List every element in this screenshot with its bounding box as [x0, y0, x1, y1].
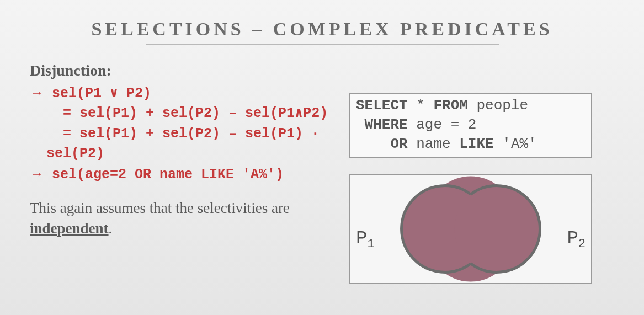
formula-block: → sel(P1 ∨ P2) = sel(P1) + sel(P2) – sel…	[30, 83, 336, 185]
sql-cond2b: 'A%'	[494, 136, 537, 152]
venn-box: P1 P2	[349, 174, 592, 284]
venn-diagram-icon	[350, 175, 591, 283]
paragraph-prefix: This again assumes that the selectivitie…	[30, 200, 290, 216]
sql-keyword-where: WHERE	[365, 116, 408, 133]
sql-indent2	[356, 136, 390, 152]
venn-label-p1: P1	[356, 228, 375, 249]
body-row: Disjunction: → sel(P1 ∨ P2) = sel(P1) + …	[30, 62, 614, 284]
paragraph-underlined: independent	[30, 220, 109, 237]
sql-star: *	[408, 97, 434, 114]
sql-indent	[356, 116, 365, 133]
arrow-icon: →	[30, 166, 44, 181]
subheading-disjunction: Disjunction:	[30, 62, 336, 79]
slide: SELECTIONS – COMPLEX PREDICATES Disjunct…	[0, 0, 644, 315]
formula-line4: sel(age=2 OR name LIKE 'A%')	[52, 167, 284, 183]
sql-cond1: age = 2	[408, 116, 477, 133]
left-column: Disjunction: → sel(P1 ∨ P2) = sel(P1) + …	[30, 62, 349, 284]
paragraph-independence: This again assumes that the selectivitie…	[30, 198, 336, 238]
formula-line3b: sel(P2)	[30, 146, 104, 162]
sql-cond2a: name	[408, 136, 460, 152]
formula-line1: sel(P1 ∨ P2)	[52, 86, 151, 102]
sql-keyword-like: LIKE	[459, 136, 493, 152]
title-underline	[146, 44, 499, 45]
sql-keyword-from: FROM	[433, 97, 467, 114]
slide-title: SELECTIONS – COMPLEX PREDICATES	[30, 19, 614, 40]
sql-table: people	[468, 97, 528, 114]
venn-label-p2: P2	[567, 228, 586, 249]
sql-keyword-select: SELECT	[356, 97, 408, 114]
sql-keyword-or: OR	[390, 136, 407, 152]
formula-line3: = sel(P1) + sel(P2) – sel(P1) ∙	[30, 126, 320, 142]
paragraph-suffix: .	[109, 220, 113, 237]
right-column: SELECT * FROM people WHERE age = 2 OR na…	[349, 62, 614, 284]
arrow-icon: →	[30, 85, 44, 100]
formula-line2: = sel(P1) + sel(P2) – sel(P1∧P2)	[30, 105, 328, 121]
sql-box: SELECT * FROM people WHERE age = 2 OR na…	[349, 93, 592, 158]
